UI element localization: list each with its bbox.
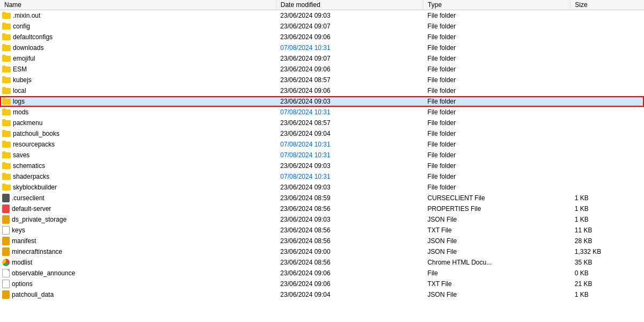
file-name: default-server: [12, 205, 51, 213]
file-type: File folder: [423, 139, 570, 150]
date-modified: 07/08/2024 10:31: [276, 171, 423, 182]
txt-icon: [2, 280, 10, 288]
date-modified: 23/06/2024 09:06: [276, 64, 423, 75]
file-type: File folder: [423, 160, 570, 171]
name-cell: default-server: [0, 203, 276, 214]
table-row[interactable]: emojiful23/06/2024 09:07File folder: [0, 53, 644, 64]
folder-icon: [2, 12, 11, 19]
table-row[interactable]: resourcepacks07/08/2024 10:31File folder: [0, 139, 644, 150]
name-cell: config: [0, 21, 276, 32]
table-row[interactable]: patchouli_books23/06/2024 09:04File fold…: [0, 128, 644, 139]
file-size: 21 KB: [570, 279, 644, 289]
table-row[interactable]: .mixin.out23/06/2024 09:03File folder: [0, 10, 644, 21]
json-icon: [2, 290, 10, 299]
table-row[interactable]: saves07/08/2024 10:31File folder: [0, 150, 644, 160]
json-icon: [2, 237, 10, 245]
table-row[interactable]: keys23/06/2024 08:56TXT File11 KB: [0, 225, 644, 236]
table-row[interactable]: observable_announce23/06/2024 09:06File0…: [0, 268, 644, 279]
file-name: config: [13, 23, 30, 30]
chrome-icon: [2, 259, 10, 266]
table-row[interactable]: downloads07/08/2024 10:31File folder: [0, 42, 644, 53]
file-size: [570, 10, 644, 21]
date-modified: 23/06/2024 09:07: [276, 21, 423, 32]
date-modified: 23/06/2024 08:57: [276, 75, 423, 85]
file-size: 1 KB: [570, 289, 644, 300]
file-size: [570, 75, 644, 85]
date-modified: 23/06/2024 08:57: [276, 118, 423, 128]
date-modified: 07/08/2024 10:31: [276, 150, 423, 160]
date-modified: 23/06/2024 08:56: [276, 236, 423, 246]
table-row[interactable]: kubejs23/06/2024 08:57File folder: [0, 75, 644, 85]
name-cell: local: [0, 85, 276, 96]
file-type: File folder: [423, 107, 570, 118]
file-size: [570, 85, 644, 96]
file-name: keys: [12, 226, 25, 234]
table-row[interactable]: mods07/08/2024 10:31File folder: [0, 107, 644, 118]
file-size: [570, 171, 644, 182]
file-type: TXT File: [423, 225, 570, 236]
table-row[interactable]: logs23/06/2024 09:03File folder: [0, 96, 644, 107]
name-cell: patchouli_books: [0, 128, 276, 139]
table-row[interactable]: .curseclient23/06/2024 08:59CURSECLIENT …: [0, 193, 644, 203]
file-type: File folder: [423, 10, 570, 21]
table-row[interactable]: default-server23/06/2024 08:56PROPERTIES…: [0, 203, 644, 214]
table-row[interactable]: modlist23/06/2024 08:56Chrome HTML Docu.…: [0, 257, 644, 268]
folder-icon: [2, 33, 11, 40]
file-name: patchouli_books: [13, 130, 60, 137]
file-size: 1,332 KB: [570, 246, 644, 257]
file-name: shaderpacks: [13, 173, 49, 180]
folder-icon: [2, 184, 11, 191]
file-name: ESM: [13, 65, 27, 73]
date-modified: 23/06/2024 09:04: [276, 289, 423, 300]
file-name: downloads: [13, 44, 43, 52]
folder-icon: [2, 108, 11, 115]
table-row[interactable]: config23/06/2024 09:07File folder: [0, 21, 644, 32]
col-header-size[interactable]: Size: [570, 0, 644, 10]
file-name: saves: [13, 151, 30, 159]
table-row[interactable]: packmenu23/06/2024 08:57File folder: [0, 118, 644, 128]
table-row[interactable]: manifest23/06/2024 08:56JSON File28 KB: [0, 236, 644, 246]
col-header-date[interactable]: Date modified: [276, 0, 423, 10]
table-row[interactable]: skyblockbuilder23/06/2024 09:03File fold…: [0, 182, 644, 193]
folder-icon: [2, 162, 11, 169]
name-cell: keys: [0, 225, 276, 236]
file-name: mods: [13, 108, 28, 116]
name-cell: observable_announce: [0, 268, 276, 279]
table-row[interactable]: patchouli_data23/06/2024 09:04JSON File1…: [0, 289, 644, 300]
file-size: 28 KB: [570, 236, 644, 246]
date-modified: 23/06/2024 08:59: [276, 193, 423, 203]
file-type: File folder: [423, 21, 570, 32]
date-modified: 23/06/2024 09:00: [276, 246, 423, 257]
file-size: [570, 118, 644, 128]
file-type: JSON File: [423, 214, 570, 225]
table-row[interactable]: defaultconfigs23/06/2024 09:06File folde…: [0, 32, 644, 42]
date-modified: 23/06/2024 09:06: [276, 85, 423, 96]
file-type: File folder: [423, 32, 570, 42]
col-header-name[interactable]: Name: [0, 0, 276, 10]
folder-icon: [2, 65, 11, 72]
file-type: File: [423, 268, 570, 279]
table-row[interactable]: local23/06/2024 09:06File folder: [0, 85, 644, 96]
file-name: defaultconfigs: [13, 33, 53, 41]
folder-icon: [2, 173, 11, 180]
col-header-type[interactable]: Type: [423, 0, 570, 10]
date-modified: 23/06/2024 09:06: [276, 32, 423, 42]
table-row[interactable]: ds_private_storage23/06/2024 09:03JSON F…: [0, 214, 644, 225]
table-row[interactable]: ESM23/06/2024 09:06File folder: [0, 64, 644, 75]
name-cell: ESM: [0, 64, 276, 75]
date-modified: 23/06/2024 09:03: [276, 96, 423, 107]
table-row[interactable]: schematics23/06/2024 09:03File folder: [0, 160, 644, 171]
name-cell: saves: [0, 150, 276, 160]
name-cell: patchouli_data: [0, 289, 276, 300]
name-cell: shaderpacks: [0, 171, 276, 182]
table-row[interactable]: options23/06/2024 09:06TXT File21 KB: [0, 279, 644, 289]
file-size: [570, 150, 644, 160]
table-row[interactable]: shaderpacks07/08/2024 10:31File folder: [0, 171, 644, 182]
file-type: File folder: [423, 96, 570, 107]
file-size: 1 KB: [570, 193, 644, 203]
date-modified: 23/06/2024 08:56: [276, 203, 423, 214]
folder-icon: [2, 55, 11, 62]
table-row[interactable]: minecraftinstance23/06/2024 09:00JSON Fi…: [0, 246, 644, 257]
folder-icon: [2, 130, 11, 137]
file-type: CURSECLIENT File: [423, 193, 570, 203]
